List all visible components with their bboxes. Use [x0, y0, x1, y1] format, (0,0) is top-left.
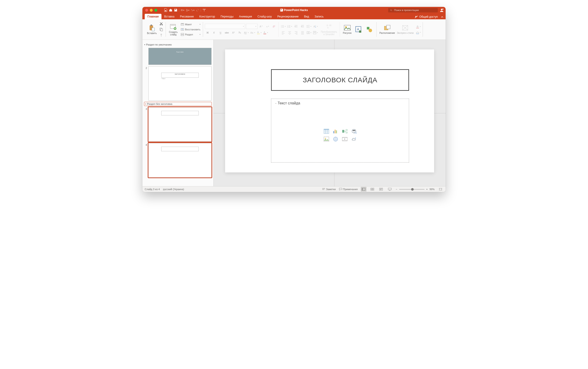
justify-button[interactable] — [300, 30, 305, 35]
subscript-button[interactable]: X₂ — [237, 30, 243, 35]
line-spacing-button[interactable]: ▾ — [306, 24, 312, 29]
insert-chart-icon[interactable] — [332, 128, 340, 134]
arrange-button[interactable]: Расположение — [379, 24, 396, 35]
slide-thumb-1[interactable]: Подготовка — [144, 48, 212, 65]
textbox-button[interactable]: A — [353, 26, 364, 33]
slide-content-placeholder[interactable]: Текст слайда — [271, 99, 409, 163]
smartart-button[interactable]: Преобразовать в SmartArt — [320, 23, 338, 36]
slide-thumb-3[interactable]: 3 — [144, 107, 212, 142]
strike-button[interactable]: abc — [224, 30, 230, 35]
numbering-button[interactable]: 123▾ — [287, 24, 292, 29]
tab-review[interactable]: Рецензирование — [274, 14, 301, 19]
section-untitled[interactable]: ▾ Раздел без заголовка — [144, 102, 212, 106]
language-label[interactable]: русский (Украина) — [163, 188, 184, 191]
redo-icon[interactable] — [196, 8, 199, 12]
bullets-button[interactable]: ▾ — [280, 24, 286, 29]
slide-title-placeholder[interactable]: ЗАГОЛОВОК СЛАЙДА — [271, 69, 409, 91]
undo-icon[interactable]: ▾ — [191, 8, 194, 12]
zoom-percent-label[interactable]: 99% — [430, 188, 435, 191]
shape-fill-button[interactable]: ▾ — [415, 24, 421, 29]
insert-table-icon[interactable] — [323, 128, 330, 134]
insert-picture-icon[interactable] — [323, 136, 330, 142]
format-painter-button[interactable] — [158, 33, 164, 38]
minimize-window-button[interactable] — [150, 9, 153, 12]
reset-button[interactable]: Восстановить — [180, 27, 201, 32]
slide-canvas[interactable]: ЗАГОЛОВОК СЛАЙДА Текст слайда — [214, 40, 446, 186]
qat-customize-icon[interactable] — [202, 8, 206, 12]
svg-rect-15 — [171, 25, 175, 25]
fit-to-window-button[interactable] — [438, 187, 443, 192]
search-box[interactable] — [388, 8, 438, 12]
shape-outline-button[interactable]: ▾ — [415, 30, 421, 35]
highlight-button[interactable]: A▾ — [256, 30, 262, 35]
notes-button[interactable]: Заметки — [322, 188, 336, 191]
insert-video-icon[interactable] — [341, 136, 349, 142]
char-spacing-button[interactable]: AV▾ — [244, 30, 249, 35]
tab-animations[interactable]: Анимация — [236, 14, 255, 19]
view-reading-button[interactable] — [378, 187, 384, 192]
tab-record[interactable]: Запись — [312, 14, 326, 19]
zoom-out-button[interactable]: − — [396, 188, 397, 191]
list-icon[interactable]: ▾ — [181, 8, 184, 12]
close-window-button[interactable] — [145, 9, 148, 12]
search-input[interactable] — [394, 9, 436, 12]
copy-button[interactable] — [158, 27, 164, 32]
paste-button[interactable]: Вставить — [146, 24, 157, 35]
quickstyles-button[interactable]: Экспресс-стили — [396, 24, 415, 35]
slide-thumb-4[interactable]: 4 — [144, 143, 212, 177]
comments-button[interactable]: Примечания — [339, 188, 358, 191]
underline-button[interactable]: Ч — [218, 30, 223, 35]
slide-thumb-2[interactable]: 2 ЗАГОЛОВОК • Текст — [144, 66, 212, 101]
tab-design[interactable]: Конструктор — [197, 14, 218, 19]
columns-button[interactable]: ▾ — [306, 30, 312, 35]
view-sorter-button[interactable] — [370, 187, 375, 192]
increase-indent-button[interactable] — [300, 24, 305, 29]
decrease-indent-button[interactable] — [293, 24, 299, 29]
italic-button[interactable]: К — [211, 30, 217, 35]
view-slideshow-button[interactable] — [387, 187, 392, 192]
zoom-slider[interactable] — [399, 189, 424, 190]
insert-icon-icon[interactable] — [350, 136, 358, 142]
tab-view[interactable]: Вид — [301, 14, 312, 19]
font-family-select[interactable]: ▾ — [205, 24, 245, 29]
insert-3d-icon[interactable] — [350, 128, 358, 134]
share-button[interactable]: Общий доступ — [415, 15, 438, 19]
bold-button[interactable]: Ж — [205, 30, 210, 35]
change-case-button[interactable]: Aa▾ — [250, 30, 255, 35]
font-color-button[interactable]: A▾ — [263, 30, 268, 35]
section-menu[interactable]: Раздел▾ — [180, 32, 201, 37]
layout-menu[interactable]: Макет▾ — [180, 22, 201, 27]
save-icon[interactable] — [174, 8, 177, 12]
tab-slideshow[interactable]: Слайд-шоу — [255, 14, 274, 19]
tab-transitions[interactable]: Переходы — [218, 14, 236, 19]
zoom-window-button[interactable] — [154, 9, 157, 12]
align-text-button[interactable]: ▾ — [313, 30, 318, 35]
tab-home[interactable]: Главная — [145, 14, 161, 19]
text-direction-button[interactable]: A▾ — [313, 24, 318, 29]
autosave-icon[interactable] — [164, 8, 167, 12]
tab-draw[interactable]: Рисование — [177, 14, 196, 19]
align-left-button[interactable] — [280, 30, 286, 35]
align-center-button[interactable] — [287, 30, 292, 35]
superscript-button[interactable]: X² — [231, 30, 236, 35]
insert-smartart-icon[interactable] — [341, 128, 349, 134]
touch-mode-icon[interactable]: ▾ — [186, 8, 189, 12]
increase-font-button[interactable]: A — [258, 24, 264, 29]
clear-formatting-button[interactable]: A — [271, 24, 277, 29]
zoom-in-button[interactable]: + — [426, 188, 428, 191]
presence-icon[interactable] — [440, 8, 444, 12]
cut-button[interactable] — [158, 21, 164, 26]
new-slide-button[interactable]: Создать слайд — [168, 23, 179, 36]
picture-button[interactable]: Рисунок — [342, 24, 353, 35]
view-normal-button[interactable] — [361, 187, 366, 192]
section-default[interactable]: ▾ Раздел по умолчанию — [144, 43, 212, 46]
home-icon[interactable] — [169, 8, 173, 12]
align-right-button[interactable] — [293, 30, 299, 35]
shapes-button[interactable] — [364, 26, 375, 33]
decrease-font-button[interactable]: A — [265, 24, 270, 29]
picture-label: Рисунок — [343, 32, 352, 34]
insert-online-picture-icon[interactable] — [332, 136, 340, 142]
collapse-ribbon-button[interactable] — [440, 16, 445, 19]
tab-insert[interactable]: Вставка — [161, 14, 177, 19]
font-size-select[interactable]: ▾ — [246, 24, 257, 29]
